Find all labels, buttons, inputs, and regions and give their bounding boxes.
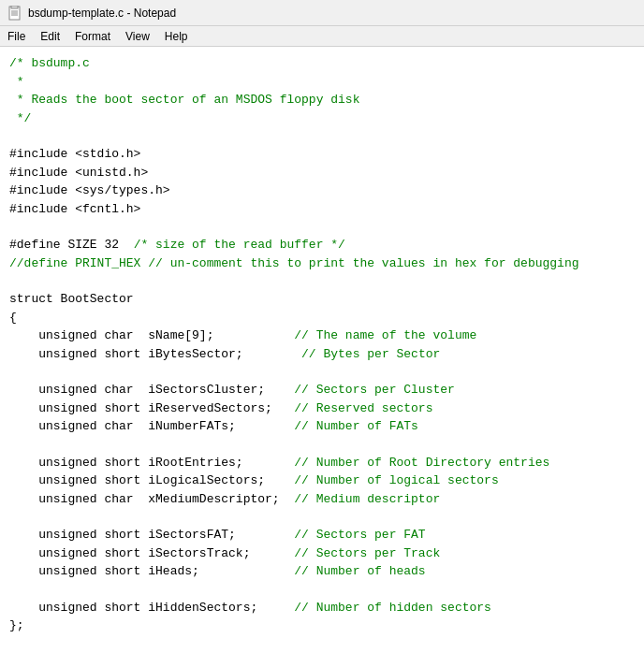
code-line: };: [9, 617, 635, 635]
menu-file[interactable]: File: [0, 28, 33, 45]
code-line: #include <stdio.h>: [9, 145, 635, 164]
menu-edit[interactable]: Edit: [33, 28, 67, 45]
code-line: unsigned short iSectorsFAT; // Sectors p…: [9, 526, 635, 544]
code-line: unsigned short iHeads; // Number of head…: [9, 562, 635, 581]
code-line: [9, 363, 635, 381]
code-line: *: [9, 73, 635, 92]
code-line: [9, 508, 635, 526]
code-line: #include <unistd.h>: [9, 164, 635, 182]
code-line: [9, 436, 635, 454]
code-line: #include <sys/types.h>: [9, 181, 635, 200]
menu-help[interactable]: Help: [157, 28, 196, 45]
code-line: #include <fcntl.h>: [9, 200, 635, 219]
code-line: unsigned short iLogicalSectors; // Numbe…: [9, 472, 635, 490]
code-line: unsigned char iSectorsCluster; // Sector…: [9, 381, 635, 399]
code-line: unsigned short iRootEntries; // Number o…: [9, 454, 635, 472]
code-line: unsigned char xMediumDescriptor; // Medi…: [9, 490, 635, 509]
code-line: //define PRINT_HEX // un-comment this to…: [9, 254, 635, 273]
code-line: unsigned short iSectorsTrack; // Sectors…: [9, 544, 635, 563]
code-line: unsigned short iBytesSector; // Bytes pe…: [9, 345, 635, 364]
code-line: [9, 581, 635, 599]
code-line: unsigned char iNumberFATs; // Number of …: [9, 417, 635, 436]
code-line: [9, 218, 635, 236]
editor-area[interactable]: /* bsdump.c * * Reads the boot sector of…: [0, 47, 644, 653]
code-line: unsigned char sName[9]; // The name of t…: [9, 326, 635, 345]
title-bar: bsdump-template.c - Notepad: [0, 0, 644, 26]
menu-view[interactable]: View: [118, 28, 157, 45]
code-line: [9, 272, 635, 290]
menu-bar: File Edit Format View Help: [0, 26, 644, 47]
code-line: * Reads the boot sector of an MSDOS flop…: [9, 91, 635, 109]
code-line: unsigned short iReservedSectors; // Rese…: [9, 399, 635, 418]
menu-format[interactable]: Format: [67, 28, 118, 45]
code-line: [9, 635, 635, 653]
code-line: {: [9, 309, 635, 327]
code-line: struct BootSector: [9, 290, 635, 309]
notepad-icon: [7, 6, 22, 21]
code-line: /* bsdump.c: [9, 54, 635, 73]
window-title: bsdump-template.c - Notepad: [28, 7, 176, 20]
code-line: [9, 127, 635, 145]
code-line: unsigned short iHiddenSectors; // Number…: [9, 599, 635, 617]
svg-rect-1: [11, 6, 18, 8]
code-line: */: [9, 109, 635, 128]
code-line: #define SIZE 32 /* size of the read buff…: [9, 236, 635, 254]
